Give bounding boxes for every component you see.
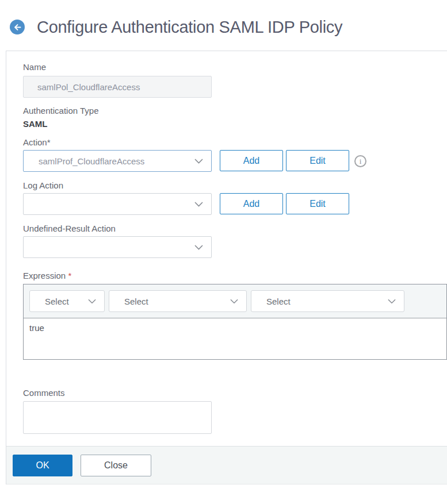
chevron-down-icon (194, 159, 203, 164)
chevron-down-icon (388, 299, 396, 304)
log-action-edit-button[interactable]: Edit (286, 193, 349, 214)
footer-bar: OK Close (6, 446, 447, 484)
expression-select-2[interactable]: Select (109, 290, 247, 312)
action-edit-button[interactable]: Edit (286, 150, 349, 171)
expression-select-1-placeholder: Select (45, 297, 88, 306)
name-input (23, 76, 212, 98)
name-label: Name (23, 62, 46, 72)
action-label: Action* (23, 137, 51, 148)
expression-toolbar: Select Select Select (24, 284, 446, 318)
comments-input[interactable] (23, 401, 212, 434)
expression-builder: Select Select Select true (23, 284, 447, 360)
undefined-result-action-select[interactable] (23, 236, 212, 258)
expression-select-3[interactable]: Select (251, 290, 404, 312)
chevron-down-icon (194, 202, 203, 207)
chevron-down-icon (88, 299, 96, 304)
ok-button[interactable]: OK (13, 455, 72, 476)
configure-saml-idp-policy-page: Configure Authentication SAML IDP Policy… (0, 0, 447, 504)
log-action-add-button[interactable]: Add (220, 193, 283, 214)
expression-select-1[interactable]: Select (29, 290, 105, 312)
expression-select-3-placeholder: Select (266, 297, 388, 306)
chevron-down-icon (194, 245, 203, 250)
authentication-type-value: SAML (23, 119, 48, 129)
chevron-down-icon (230, 299, 238, 304)
log-action-select[interactable] (23, 193, 212, 215)
close-button[interactable]: Close (81, 455, 151, 476)
undefined-result-action-label: Undefined-Result Action (23, 224, 116, 234)
arrow-left-icon (13, 23, 22, 32)
required-asterisk: * (68, 271, 71, 280)
action-select-value: samlProf_CloudflareAccess (39, 156, 194, 166)
back-button[interactable] (10, 20, 25, 34)
authentication-type-label: Authentication Type (23, 106, 98, 116)
info-icon[interactable]: i (354, 155, 366, 167)
expression-input[interactable]: true (24, 318, 446, 359)
action-add-button[interactable]: Add (220, 150, 283, 171)
expression-select-2-placeholder: Select (124, 297, 230, 306)
log-action-label: Log Action (23, 180, 63, 191)
comments-label: Comments (23, 388, 65, 398)
expression-label: Expression * (23, 271, 71, 281)
action-select[interactable]: samlProf_CloudflareAccess (23, 150, 212, 172)
page-title: Configure Authentication SAML IDP Policy (37, 16, 342, 38)
